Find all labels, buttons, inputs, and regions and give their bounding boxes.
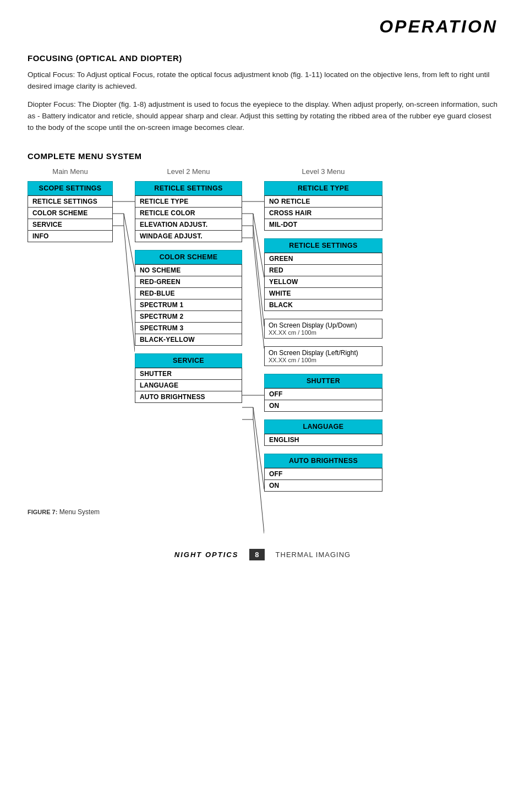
l3-english: ENGLISH [265,434,382,445]
menu-diagram: SCOPE SETTINGS RETICLE SETTINGS COLOR SC… [28,181,497,499]
focusing-heading: FOCUSING (OPTICAL AND DIOPTER) [28,53,497,63]
l2-shutter: SHUTTER [135,368,242,379]
l2-spectrum1: SPECTRUM 1 [135,299,242,310]
l2-spectrum3: SPECTRUM 3 [135,322,242,334]
l3-auto-brightness-items: OFF ON [264,468,382,492]
l3-language-group: LANGUAGE ENGLISH [264,419,382,446]
l2-reticle-header: RETICLE SETTINGS [135,181,242,195]
l2-red-blue: RED-BLUE [135,287,242,299]
l3-mil-dot: MIL-DOT [265,219,382,230]
on-screen-updown-main: On Screen Display (Up/Down) [269,321,378,329]
scope-settings-header: SCOPE SETTINGS [28,181,113,195]
l3-white: WHITE [265,287,382,299]
l2-colorscheme-group: COLOR SCHEME NO SCHEME RED-GREEN RED-BLU… [135,250,242,346]
l3-on-screen-leftright: On Screen Display (Left/Right) XX.XX cm … [264,346,382,366]
focusing-section: FOCUSING (OPTICAL AND DIOPTER) Optical F… [28,53,497,134]
svg-line-12 [253,226,264,326]
l3-no-reticle: NO RETICLE [265,196,382,207]
focusing-para1: Optical Focus: To Adjust optical Focus, … [28,69,497,92]
connector-svg-2 [242,181,264,677]
connector-main-level2 [113,181,135,499]
l3-language-header: LANGUAGE [264,419,382,434]
l3-reticle-settings-header: RETICLE SETTINGS [264,238,382,253]
l2-reticle-type: RETICLE TYPE [135,196,242,207]
l2-spectrum2: SPECTRUM 2 [135,310,242,322]
l3-reticle-type-items: NO RETICLE CROSS HAIR MIL-DOT [264,195,382,231]
l2-colorscheme-header: COLOR SCHEME [135,250,242,264]
footer-subtitle: THERMAL IMAGING [276,551,351,559]
svg-line-11 [253,214,264,277]
main-item-color-scheme: COLOR SCHEME [28,207,112,219]
l2-reticle-items: RETICLE TYPE RETICLE COLOR ELEVATION ADJ… [135,195,242,242]
l3-language-items: ENGLISH [264,434,382,446]
l2-reticle-color: RETICLE COLOR [135,207,242,219]
main-item-service: SERVICE [28,219,112,230]
l2-language: LANGUAGE [135,379,242,391]
l2-service-group: SERVICE SHUTTER LANGUAGE AUTO BRIGHTNESS [135,353,242,403]
l3-reticle-type-header: RETICLE TYPE [264,181,382,195]
figure-caption-text: Menu System [59,508,100,516]
svg-line-5 [124,226,135,352]
level3-menu-label: Level 3 Menu [264,167,382,176]
on-screen-leftright-main: On Screen Display (Left/Right) [269,349,378,357]
main-menu-column: SCOPE SETTINGS RETICLE SETTINGS COLOR SC… [28,181,113,499]
l3-on-screen-updown: On Screen Display (Up/Down) XX.XX cm / 1… [264,319,382,339]
l2-no-scheme: NO SCHEME [135,265,242,276]
figure-caption-label: FIGURE 7: [28,509,57,515]
level2-menu-label: Level 2 Menu [135,167,242,176]
l3-green: GREEN [265,253,382,264]
page-title: OPERATION [379,17,497,36]
connector-level2-level3 [242,181,264,499]
focusing-para2: Diopter Focus: The Diopter (fig. 1-8) ad… [28,99,497,134]
l3-auto-brightness-header: AUTO BRIGHTNESS [264,454,382,468]
l3-shutter-group: SHUTTER OFF ON [264,374,382,412]
l2-colorscheme-items: NO SCHEME RED-GREEN RED-BLUE SPECTRUM 1 … [135,264,242,346]
l3-shutter-header: SHUTTER [264,374,382,388]
l3-shutter-on: ON [265,400,382,411]
svg-line-13 [253,238,264,348]
connector-svg-1 [113,181,135,511]
on-screen-updown-sub: XX.XX cm / 100m [269,329,378,336]
on-screen-leftright-sub: XX.XX cm / 100m [269,357,378,363]
main-menu-items: RETICLE SETTINGS COLOR SCHEME SERVICE IN… [28,195,113,242]
l3-auto-brightness-on: ON [265,479,382,491]
l3-yellow: YELLOW [265,276,382,287]
l3-shutter-off: OFF [265,389,382,400]
l2-windage: WINDAGE ADJUST. [135,230,242,242]
menu-system-section: COMPLETE MENU SYSTEM Main Menu Level 2 M… [28,151,497,516]
l2-service-items: SHUTTER LANGUAGE AUTO BRIGHTNESS [135,368,242,403]
l3-auto-brightness-group: AUTO BRIGHTNESS OFF ON [264,454,382,492]
level3-menu-column: RETICLE TYPE NO RETICLE CROSS HAIR MIL-D… [264,181,382,499]
l3-cross-hair: CROSS HAIR [265,207,382,219]
l2-red-green: RED-GREEN [135,276,242,287]
l3-reticle-settings-items: GREEN RED YELLOW WHITE BLACK [264,253,382,311]
column-labels: Main Menu Level 2 Menu Level 3 Menu [28,167,497,176]
footer-brand: NIGHT OPTICS [174,551,238,559]
main-item-reticle-settings: RETICLE SETTINGS [28,196,112,207]
l3-red: RED [265,264,382,276]
l2-auto-brightness: AUTO BRIGHTNESS [135,391,242,402]
l3-reticle-type-group: RETICLE TYPE NO RETICLE CROSS HAIR MIL-D… [264,181,382,231]
l3-reticle-settings-group: RETICLE SETTINGS GREEN RED YELLOW WHITE … [264,238,382,311]
l2-elevation: ELEVATION ADJUST. [135,219,242,230]
main-menu-label: Main Menu [28,167,113,176]
l2-reticle-group: RETICLE SETTINGS RETICLE TYPE RETICLE CO… [135,181,242,242]
l2-black-yellow: BLACK-YELLOW [135,334,242,345]
l2-service-header: SERVICE [135,353,242,368]
page-header: OPERATION [28,17,497,37]
l3-auto-brightness-off: OFF [265,468,382,479]
l3-black: BLACK [265,299,382,310]
menu-system-heading: COMPLETE MENU SYSTEM [28,151,497,161]
main-item-info: INFO [28,230,112,242]
level2-menu-column: RETICLE SETTINGS RETICLE TYPE RETICLE CO… [135,181,242,499]
l3-shutter-items: OFF ON [264,388,382,412]
